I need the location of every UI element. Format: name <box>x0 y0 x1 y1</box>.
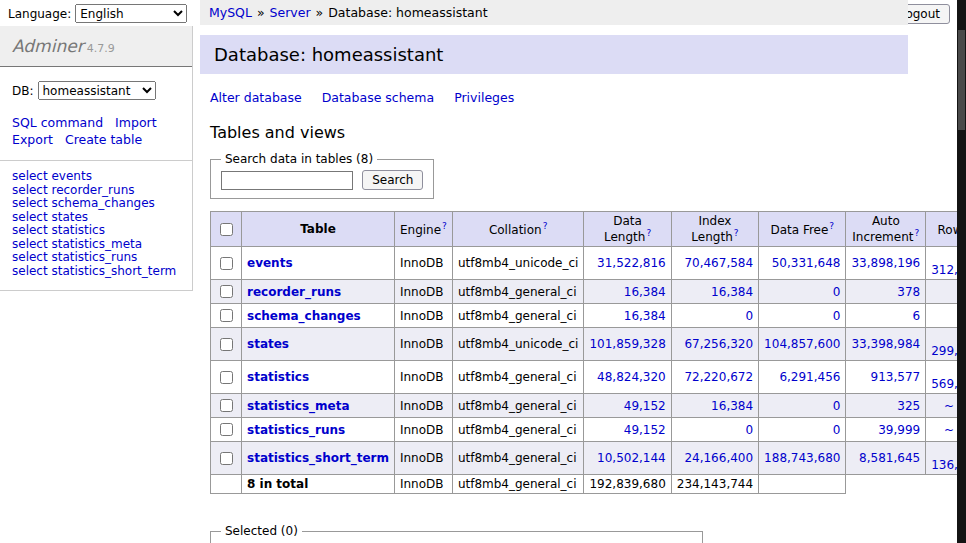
alter-database-link[interactable]: Alter database <box>210 90 302 105</box>
scrollbar-thumb[interactable] <box>958 30 965 130</box>
row-checkbox[interactable] <box>220 423 233 436</box>
data-length-link[interactable]: 16,384 <box>624 285 666 299</box>
index-length-link[interactable]: 70,467,584 <box>684 256 753 270</box>
row-checkbox[interactable] <box>220 309 233 322</box>
import-link[interactable]: Import <box>115 115 157 130</box>
data-length-link[interactable]: 16,384 <box>624 309 666 323</box>
language-select[interactable]: English <box>75 4 187 23</box>
database-schema-link[interactable]: Database schema <box>322 90 434 105</box>
db-label: DB: <box>12 84 34 98</box>
engine-cell: InnoDB <box>394 394 452 418</box>
index-length-link[interactable]: 67,256,320 <box>684 337 753 351</box>
create-table-link-sidebar[interactable]: Create table <box>65 132 142 147</box>
table-name-link[interactable]: statistics_runs <box>247 423 345 437</box>
help-icon[interactable]: ? <box>646 228 651 238</box>
index-length-cell: 0 <box>671 304 758 328</box>
auto-increment-link[interactable]: 33,398,984 <box>851 337 920 351</box>
row-checkbox[interactable] <box>220 399 233 412</box>
help-icon[interactable]: ? <box>915 228 920 238</box>
table-name-cell: statistics_runs <box>242 418 395 442</box>
row-checkbox[interactable] <box>220 452 233 465</box>
data-length-link[interactable]: 10,502,144 <box>597 451 666 465</box>
index-length-link[interactable]: 24,166,400 <box>684 451 753 465</box>
sidebar-item-select-events[interactable]: select events <box>12 170 180 184</box>
auto-increment-link[interactable]: 378 <box>897 285 920 299</box>
select-all-cell <box>211 212 242 247</box>
data-free-link[interactable]: 50,331,648 <box>772 256 841 270</box>
table-name-link[interactable]: statistics_meta <box>247 399 350 413</box>
data-free-link[interactable]: 188,743,680 <box>764 451 840 465</box>
db-select[interactable]: homeassistant <box>38 81 156 100</box>
sidebar-item-select-statistics-short-term[interactable]: select statistics_short_term <box>12 265 180 279</box>
index-length-link[interactable]: 0 <box>745 423 753 437</box>
sidebar: Adminer4.7.9 DB:homeassistant SQL comman… <box>0 26 193 291</box>
help-icon[interactable]: ? <box>829 221 834 231</box>
data-free-link[interactable]: 0 <box>833 285 841 299</box>
collation-cell: utf8mb4_general_ci <box>452 280 584 304</box>
data-free-link[interactable]: 0 <box>833 399 841 413</box>
select-all-checkbox[interactable] <box>220 223 233 236</box>
sidebar-item-select-statistics-meta[interactable]: select statistics_meta <box>12 238 180 252</box>
index-length-link[interactable]: 72,220,672 <box>684 370 753 384</box>
export-link[interactable]: Export <box>12 132 53 147</box>
app-version: 4.7.9 <box>87 42 115 55</box>
help-icon[interactable]: ? <box>734 228 739 238</box>
table-name-link[interactable]: statistics_short_term <box>247 451 389 465</box>
auto-increment-link[interactable]: 325 <box>897 399 920 413</box>
table-row-events: events InnoDB utf8mb4_unicode_ci 31,522,… <box>211 247 966 280</box>
index-length-link[interactable]: 16,384 <box>711 285 753 299</box>
help-icon[interactable]: ? <box>442 221 447 231</box>
table-name-cell: statistics_short_term <box>242 442 395 475</box>
breadcrumb-mysql-link[interactable]: MySQL <box>209 5 252 20</box>
table-name-link[interactable]: events <box>247 256 293 270</box>
tables-and-views-heading: Tables and views <box>210 123 908 142</box>
table-name-cell: schema_changes <box>242 304 395 328</box>
sidebar-item-select-statistics-runs[interactable]: select statistics_runs <box>12 251 180 265</box>
collation-cell: utf8mb4_general_ci <box>452 442 584 475</box>
total-blank-cell <box>759 475 846 494</box>
table-name-link[interactable]: recorder_runs <box>247 285 341 299</box>
scrollbar[interactable] <box>957 0 966 543</box>
data-free-link[interactable]: 104,857,600 <box>764 337 840 351</box>
page-title: Database: homeassistant <box>200 35 908 74</box>
sidebar-item-select-recorder-runs[interactable]: select recorder_runs <box>12 184 180 198</box>
sidebar-item-select-statistics[interactable]: select statistics <box>12 224 180 238</box>
sql-command-link[interactable]: SQL command <box>12 115 103 130</box>
table-name-link[interactable]: schema_changes <box>247 309 361 323</box>
data-length-cell: 16,384 <box>584 304 671 328</box>
auto-increment-link[interactable]: 913,577 <box>871 370 921 384</box>
data-length-link[interactable]: 101,859,328 <box>589 337 665 351</box>
search-button[interactable]: Search <box>362 170 423 190</box>
data-length-cell: 49,152 <box>584 394 671 418</box>
index-length-link[interactable]: 0 <box>745 309 753 323</box>
breadcrumb-server-link[interactable]: Server <box>270 5 311 20</box>
row-checkbox[interactable] <box>220 371 233 384</box>
row-checkbox[interactable] <box>220 257 233 270</box>
help-icon[interactable]: ? <box>543 221 548 231</box>
data-free-link[interactable]: 0 <box>833 309 841 323</box>
data-free-link[interactable]: 6,291,456 <box>779 370 840 384</box>
auto-increment-link[interactable]: 8,581,645 <box>859 451 920 465</box>
table-name-cell: states <box>242 328 395 361</box>
row-checkbox[interactable] <box>220 338 233 351</box>
row-checkbox[interactable] <box>220 285 233 298</box>
column-header-index-length: Index Length? <box>671 212 758 247</box>
data-length-link[interactable]: 48,824,320 <box>597 370 666 384</box>
sidebar-item-select-states[interactable]: select states <box>12 211 180 225</box>
selected-fieldset: Selected (0) Analyze Optimize Check Repa… <box>210 524 703 543</box>
index-length-link[interactable]: 16,384 <box>711 399 753 413</box>
auto-increment-link[interactable]: 39,999 <box>878 423 920 437</box>
auto-increment-link[interactable]: 6 <box>913 309 921 323</box>
table-name-link[interactable]: states <box>247 337 289 351</box>
table-name-link[interactable]: statistics <box>247 370 309 384</box>
sidebar-item-select-schema-changes[interactable]: select schema_changes <box>12 197 180 211</box>
data-length-link[interactable]: 49,152 <box>624 399 666 413</box>
data-free-link[interactable]: 0 <box>833 423 841 437</box>
data-length-link[interactable]: 49,152 <box>624 423 666 437</box>
database-nav: Alter databaseDatabase schemaPrivileges <box>210 90 908 105</box>
auto-increment-link[interactable]: 33,898,196 <box>851 256 920 270</box>
search-input[interactable] <box>221 171 353 190</box>
privileges-link[interactable]: Privileges <box>454 90 514 105</box>
data-length-link[interactable]: 31,522,816 <box>597 256 666 270</box>
app-name-link[interactable]: Adminer <box>12 36 84 56</box>
